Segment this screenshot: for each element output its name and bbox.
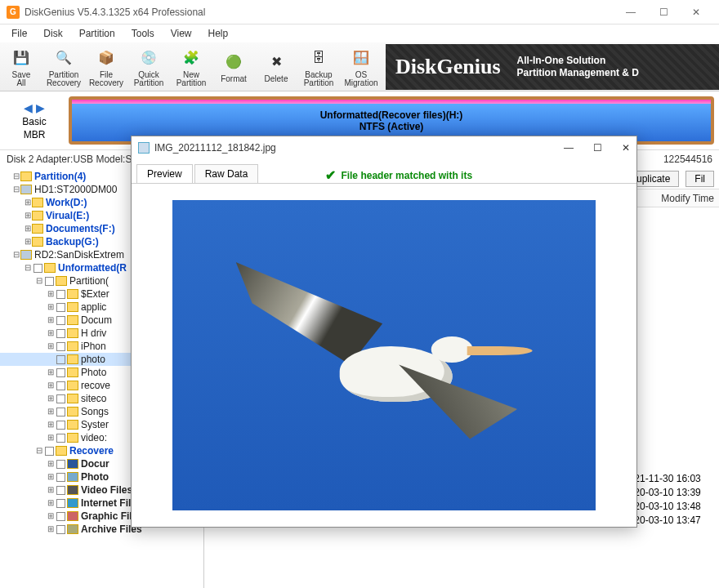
preview-canvas — [132, 184, 636, 527]
expand-icon[interactable]: ⊞ — [23, 222, 32, 235]
menu-help[interactable]: Help — [200, 26, 237, 41]
expand-icon[interactable]: ⊟ — [11, 183, 20, 196]
checkbox-icon[interactable] — [56, 421, 65, 430]
checkbox-icon[interactable] — [56, 499, 65, 508]
checkbox-icon[interactable] — [56, 290, 65, 299]
checkbox-icon[interactable] — [56, 316, 65, 325]
expand-icon[interactable]: ⊟ — [11, 170, 20, 183]
checkbox-icon[interactable] — [56, 525, 65, 534]
checkbox-icon[interactable] — [33, 264, 42, 273]
expand-icon[interactable]: ⊞ — [46, 366, 55, 379]
tree-label: Partition( — [69, 274, 109, 287]
checkbox-icon[interactable] — [56, 303, 65, 312]
expand-icon[interactable]: ⊞ — [46, 523, 55, 536]
window-title: DiskGenius V5.4.3.1325 x64 Professional — [25, 7, 205, 18]
checkbox-icon[interactable] — [56, 329, 65, 338]
menu-tools[interactable]: Tools — [123, 26, 163, 41]
preview-maximize-button[interactable]: ☐ — [593, 142, 602, 154]
expand-icon[interactable]: ⊟ — [11, 248, 20, 261]
brand-name: DiskGenius — [395, 55, 501, 79]
expand-icon[interactable]: ⊞ — [46, 497, 55, 510]
quick-partition-icon: 💿 — [137, 47, 160, 69]
expand-icon[interactable]: ⊞ — [23, 209, 32, 222]
close-button[interactable]: ✕ — [680, 4, 712, 20]
tree-label: RD2:SanDiskExtrem — [34, 248, 124, 261]
expand-icon[interactable]: ⊞ — [46, 340, 55, 353]
filter-button[interactable]: Fil — [686, 171, 714, 187]
checkbox-icon[interactable] — [56, 434, 65, 443]
toolbar-delete[interactable]: ✖Delete — [255, 44, 297, 90]
expand-icon[interactable]: ⊞ — [46, 314, 55, 327]
preview-tabs: Preview Raw Data ✔ File header matched w… — [132, 159, 636, 184]
expand-icon[interactable]: ⊞ — [46, 431, 55, 444]
expand-icon[interactable]: ⊞ — [46, 483, 55, 497]
checkbox-icon[interactable] — [45, 447, 54, 456]
folder-icon — [20, 172, 32, 181]
expand-icon[interactable]: ⊞ — [46, 301, 55, 314]
expand-icon[interactable]: ⊞ — [46, 418, 55, 431]
expand-icon[interactable]: ⊞ — [46, 470, 55, 483]
folder-icon — [32, 224, 43, 234]
os-migration-icon: 🪟 — [350, 47, 373, 69]
tab-raw-data[interactable]: Raw Data — [194, 164, 259, 183]
checkbox-icon[interactable] — [56, 408, 65, 416]
checkbox-icon[interactable] — [56, 394, 65, 403]
checkbox-icon[interactable] — [45, 277, 54, 286]
folder-icon — [67, 328, 78, 338]
toolbar-file-recovery[interactable]: 📦FileRecovery — [85, 44, 127, 90]
folder-icon — [67, 354, 78, 364]
disk-mbr-label: MBR — [24, 129, 46, 140]
internet-icon — [67, 498, 78, 508]
maximize-button[interactable]: ☐ — [647, 4, 680, 20]
tab-preview[interactable]: Preview — [136, 164, 193, 183]
tree-label: H driv — [81, 327, 106, 340]
disk-map-nav: ◀ ▶ Basic MBR — [0, 91, 69, 149]
menu-file[interactable]: File — [3, 26, 35, 41]
expand-icon[interactable]: ⊟ — [23, 261, 32, 274]
expand-icon[interactable]: ⊞ — [23, 196, 32, 209]
toolbar-backup-partition[interactable]: 🗄BackupPartition — [297, 44, 340, 90]
col-modify-time[interactable]: Modify Time — [656, 193, 719, 204]
menu-disk[interactable]: Disk — [35, 26, 70, 41]
checkbox-icon[interactable] — [56, 512, 65, 521]
expand-icon[interactable]: ⊞ — [46, 392, 55, 405]
checkbox-icon[interactable] — [56, 473, 65, 482]
expand-icon[interactable]: ⊞ — [46, 287, 55, 301]
video-icon — [67, 485, 78, 495]
app-icon: G — [7, 6, 20, 19]
expand-icon[interactable]: ⊞ — [46, 405, 55, 418]
menu-view[interactable]: View — [163, 26, 200, 41]
expand-icon[interactable]: ⊞ — [46, 457, 55, 470]
checkbox-icon[interactable] — [56, 460, 65, 469]
minimize-button[interactable]: — — [614, 4, 647, 20]
nav-arrows[interactable]: ◀ ▶ — [24, 101, 45, 114]
checkbox-icon[interactable] — [56, 342, 65, 351]
brand-tagline-1: All-In-One Solution — [517, 55, 639, 66]
partition-label-2: NTFS (Active) — [360, 121, 424, 132]
preview-minimize-button[interactable]: — — [564, 142, 574, 154]
toolbar-os-migration[interactable]: 🪟OSMigration — [340, 44, 382, 90]
expand-icon[interactable]: ⊞ — [46, 379, 55, 392]
preview-close-button[interactable]: ✕ — [622, 142, 630, 154]
disk-info-right: 122544516 — [663, 154, 712, 165]
image-file-icon — [138, 142, 150, 154]
folder-icon — [20, 250, 32, 260]
save-all-icon: 💾 — [10, 47, 33, 69]
checkbox-icon[interactable] — [56, 355, 65, 364]
menu-partition[interactable]: Partition — [71, 26, 123, 41]
checkbox-icon[interactable] — [56, 486, 65, 495]
toolbar-format[interactable]: 🟢Format — [212, 44, 255, 90]
toolbar-new-partition[interactable]: 🧩NewPartition — [170, 44, 212, 90]
expand-icon[interactable]: ⊞ — [46, 327, 55, 340]
checkbox-icon[interactable] — [56, 381, 65, 390]
toolbar-save-all[interactable]: 💾SaveAll — [0, 44, 42, 90]
toolbar-quick-partition[interactable]: 💿QuickPartition — [127, 44, 170, 90]
expand-icon[interactable]: ⊞ — [23, 235, 32, 248]
expand-icon[interactable]: ⊟ — [34, 444, 43, 457]
toolbar-partition-recovery[interactable]: 🔍PartitionRecovery — [42, 44, 85, 90]
expand-icon[interactable]: ⊟ — [34, 274, 43, 287]
checkbox-icon[interactable] — [56, 368, 65, 377]
tree-label: Virual(E:) — [46, 209, 89, 222]
expand-icon[interactable]: ⊞ — [46, 510, 55, 523]
partition-recovery-icon: 🔍 — [52, 47, 75, 69]
